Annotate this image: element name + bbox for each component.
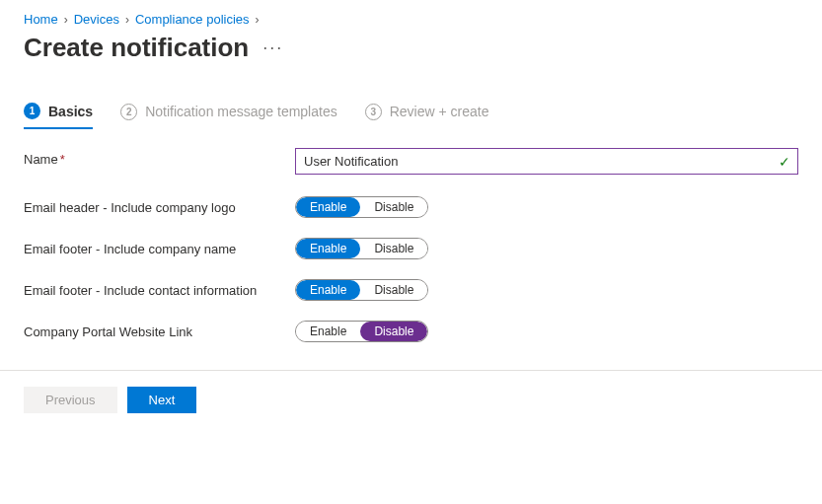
name-input[interactable] bbox=[295, 148, 798, 175]
required-indicator: * bbox=[60, 152, 65, 167]
chevron-right-icon: › bbox=[125, 13, 129, 27]
tab-notification-templates[interactable]: 2 Notification message templates bbox=[120, 104, 337, 128]
step-label: Basics bbox=[48, 104, 93, 119]
form-basics: Name* ✓ Email header - Include company l… bbox=[24, 148, 798, 342]
wizard-footer: Previous Next bbox=[0, 371, 822, 429]
previous-button[interactable]: Previous bbox=[24, 387, 117, 413]
breadcrumb-devices[interactable]: Devices bbox=[74, 12, 119, 27]
email-footer-contact-label: Email footer - Include contact informati… bbox=[24, 279, 295, 298]
breadcrumb-home[interactable]: Home bbox=[24, 12, 58, 27]
breadcrumb: Home › Devices › Compliance policies › bbox=[24, 12, 798, 27]
toggle-enable[interactable]: Enable bbox=[296, 239, 360, 258]
toggle-enable[interactable]: Enable bbox=[296, 322, 360, 341]
tab-review-create[interactable]: 3 Review + create bbox=[365, 104, 489, 128]
tab-basics[interactable]: 1 Basics bbox=[24, 103, 93, 129]
step-number-badge: 1 bbox=[24, 103, 40, 119]
company-portal-link-toggle[interactable]: Enable Disable bbox=[295, 321, 428, 342]
breadcrumb-compliance-policies[interactable]: Compliance policies bbox=[135, 12, 250, 27]
toggle-disable[interactable]: Disable bbox=[360, 280, 427, 300]
toggle-enable[interactable]: Enable bbox=[296, 197, 360, 217]
chevron-right-icon: › bbox=[256, 13, 260, 27]
toggle-disable[interactable]: Disable bbox=[360, 197, 427, 217]
company-portal-link-label: Company Portal Website Link bbox=[24, 321, 295, 339]
chevron-right-icon: › bbox=[64, 13, 68, 27]
step-number-badge: 3 bbox=[365, 104, 382, 120]
valid-check-icon: ✓ bbox=[779, 154, 790, 170]
email-footer-name-toggle[interactable]: Enable Disable bbox=[295, 238, 428, 259]
name-label: Name* bbox=[24, 148, 295, 167]
email-header-logo-label: Email header - Include company logo bbox=[24, 196, 295, 215]
toggle-disable[interactable]: Disable bbox=[360, 239, 427, 258]
more-actions-icon[interactable]: ··· bbox=[262, 37, 283, 58]
email-footer-name-label: Email footer - Include company name bbox=[24, 238, 295, 256]
step-label: Review + create bbox=[390, 104, 489, 119]
page-title: Create notification bbox=[24, 33, 249, 63]
email-header-logo-toggle[interactable]: Enable Disable bbox=[295, 196, 428, 218]
step-number-badge: 2 bbox=[120, 104, 137, 120]
step-label: Notification message templates bbox=[145, 104, 337, 119]
next-button[interactable]: Next bbox=[127, 387, 197, 413]
toggle-enable[interactable]: Enable bbox=[296, 280, 360, 300]
toggle-disable[interactable]: Disable bbox=[360, 322, 427, 341]
wizard-steps: 1 Basics 2 Notification message template… bbox=[24, 103, 798, 128]
email-footer-contact-toggle[interactable]: Enable Disable bbox=[295, 279, 428, 301]
